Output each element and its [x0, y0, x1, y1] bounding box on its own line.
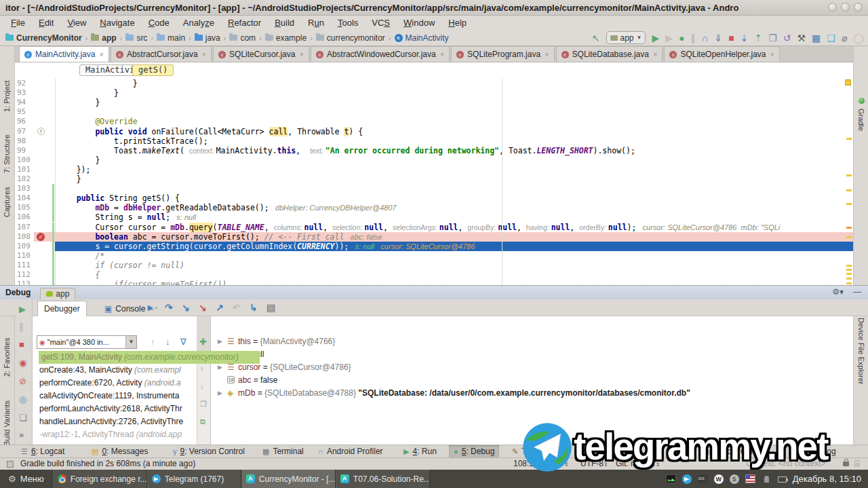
toolwindow-button--version-control[interactable]: ү9: Version Control: [168, 445, 250, 457]
line-number[interactable]: 112: [17, 270, 44, 280]
battery-icon[interactable]: [778, 476, 787, 483]
menu-item-view[interactable]: View: [60, 18, 93, 28]
tool-strip-button-build-variants[interactable]: Build Variants: [3, 381, 11, 446]
warning-stripe-mark[interactable]: [846, 278, 852, 280]
step-into-icon[interactable]: ↘: [182, 302, 190, 313]
menu-item-navigate[interactable]: Navigate: [93, 18, 141, 28]
apply-changes-icon[interactable]: ▶: [665, 33, 673, 43]
line-number[interactable]: 95: [17, 107, 44, 117]
line-number[interactable]: 98: [17, 136, 44, 146]
tool-strip-button--favorites[interactable]: 2: Favorites: [3, 319, 11, 377]
force-step-into-icon[interactable]: ↘: [199, 302, 207, 313]
editor-tab[interactable]: cMainActivity.java×: [19, 46, 109, 62]
tool-strip-button--project[interactable]: 1: Project: [3, 61, 11, 112]
code-line[interactable]: 92 }: [15, 79, 853, 88]
down-icon[interactable]: ↓: [165, 337, 170, 347]
warning-stripe-mark[interactable]: [846, 273, 852, 275]
diff-icon[interactable]: ❐: [768, 33, 777, 43]
menu-item-edit[interactable]: Edit: [32, 18, 60, 28]
editor-tab[interactable]: cAbstractWindowedCursor.java×: [311, 46, 450, 62]
debug-bug-icon[interactable]: ●: [679, 33, 684, 43]
chevron-down-icon[interactable]: ▼: [125, 336, 136, 348]
toolwindow-button-gradle-console[interactable]: ▣Gradle Console: [698, 445, 775, 457]
line-number[interactable]: 93: [17, 88, 44, 98]
warning-stripe-mark[interactable]: [846, 227, 852, 229]
profiler-icon[interactable]: ∩: [702, 33, 709, 43]
toolwindow-button--messages[interactable]: ▤0: Messages: [87, 445, 153, 457]
settings-gear-icon[interactable]: ⚙▾: [832, 287, 844, 297]
title-bar[interactable]: itor - [~/AndroidStudioProjects/Currency…: [0, 0, 868, 16]
binoculars-icon[interactable]: [698, 474, 708, 483]
git-branch[interactable]: Git: master⇕: [616, 459, 660, 468]
settings-layout-icon[interactable]: ❏: [19, 413, 27, 423]
code-line[interactable]: 111 if (cursor != null): [15, 261, 853, 270]
stack-frame[interactable]: onCreate:43, MainActivity (com.exampl: [33, 364, 197, 377]
breadcrumb-chip[interactable]: getS(): [132, 64, 174, 76]
line-number[interactable]: 96: [17, 117, 44, 126]
toolwindow-button-android-profiler[interactable]: ∩Android Profiler: [313, 445, 388, 457]
system-monitor-icon[interactable]: [666, 474, 676, 483]
code-line[interactable]: 108✓ boolean abc = cursor.moveToFirst();…: [15, 232, 853, 242]
editor-tab[interactable]: cSQLiteProgram.java×: [451, 46, 554, 62]
editor-tab[interactable]: cSQLiteOpenHelper.java×: [664, 46, 780, 62]
telegram-icon[interactable]: [682, 474, 692, 484]
gradle-sync-icon[interactable]: [859, 98, 865, 104]
thread-selector[interactable]: ◉ "main"@4 380 in... ▼: [37, 335, 137, 349]
mini-toolbar-icon[interactable]: ⧉: [200, 417, 205, 426]
hide-panel-icon[interactable]: —: [853, 287, 861, 297]
breadcrumb-item-currencymonitor[interactable]: currencymonitor: [316, 33, 385, 43]
warning-stripe-mark[interactable]: [846, 138, 852, 140]
restore-layout-icon[interactable]: ▤: [267, 302, 275, 313]
build-icon[interactable]: ⚒: [797, 33, 806, 43]
tab-close-icon[interactable]: ×: [545, 50, 549, 58]
line-number[interactable]: 106: [17, 212, 44, 222]
taskbar-window[interactable]: Telegram (1767): [147, 470, 241, 488]
stop-icon[interactable]: ■: [728, 33, 734, 43]
code-line[interactable]: 98 t.printStackTrace();: [15, 136, 853, 146]
code-line[interactable]: 112 {: [15, 270, 853, 280]
tab-close-icon[interactable]: ×: [99, 50, 103, 58]
avatar-icon[interactable]: ◯: [853, 33, 864, 43]
menu-item-refactor[interactable]: Refactor: [221, 18, 268, 28]
line-separator[interactable]: LF⇕: [555, 459, 569, 468]
step-out-icon[interactable]: ↗: [216, 302, 224, 313]
breadcrumb-item-com[interactable]: com: [229, 33, 256, 43]
line-number[interactable]: 107: [17, 223, 44, 232]
code-line[interactable]: 95: [15, 107, 853, 117]
up-icon[interactable]: ↑: [151, 337, 155, 347]
line-number[interactable]: 102: [17, 174, 44, 184]
run-icon[interactable]: ▶: [652, 33, 659, 43]
drop-frame-icon[interactable]: ↶: [233, 302, 241, 313]
hide-arrow-icon[interactable]: ↖: [592, 33, 600, 43]
code-line[interactable]: 106 String s = null; s: null: [15, 212, 853, 222]
code-line[interactable]: 107 Cursor cursor = mDb.query(TABLE_NAME…: [15, 223, 853, 232]
close-button[interactable]: [854, 3, 863, 12]
line-number[interactable]: 110: [17, 251, 44, 261]
line-number[interactable]: 109: [17, 242, 44, 251]
code-line[interactable]: 105 mDb = dbHelper.getReadableDatabase()…: [15, 203, 853, 212]
warning-stripe-mark[interactable]: [846, 265, 852, 267]
vcs-update-icon[interactable]: ⇣: [741, 33, 749, 43]
tab-close-icon[interactable]: ×: [299, 50, 303, 58]
warning-stripe-mark[interactable]: [846, 269, 852, 271]
line-number[interactable]: 94: [17, 98, 44, 107]
code-line[interactable]: 113 if(cursor.moveToFirst()): [15, 280, 853, 285]
expand-arrow-icon[interactable]: ▶: [218, 335, 222, 348]
thread-dump-icon[interactable]: ◎: [19, 394, 26, 405]
wine-icon[interactable]: [714, 474, 724, 484]
debug-tab-debugger[interactable]: Debugger: [37, 301, 87, 316]
code-line[interactable]: 97↑ public void onFailure(Call<MetaCurr>…: [15, 127, 853, 136]
code-line[interactable]: 102 }: [15, 174, 853, 184]
layout-icon[interactable]: ❏: [827, 33, 835, 43]
tool-strip-button--structure[interactable]: 7: Structure: [3, 115, 11, 173]
code-editor[interactable]: 92 }93 }94 }9596 @Override97↑ public voi…: [15, 79, 853, 285]
stop-icon[interactable]: ■: [19, 339, 24, 350]
warning-stripe-mark[interactable]: [846, 282, 852, 284]
minimize-button[interactable]: [828, 3, 837, 12]
search-icon[interactable]: ⌀: [842, 33, 847, 43]
taskbar-window[interactable]: T07.06-Solution-Re...: [336, 470, 430, 488]
toolwindow-button-terminal[interactable]: ▦Terminal: [258, 445, 309, 457]
code-line[interactable]: 104 public String getS() {: [15, 193, 853, 203]
run-config-dropdown[interactable]: app▼: [606, 31, 646, 44]
mini-toolbar-icon[interactable]: ❐: [200, 400, 207, 409]
